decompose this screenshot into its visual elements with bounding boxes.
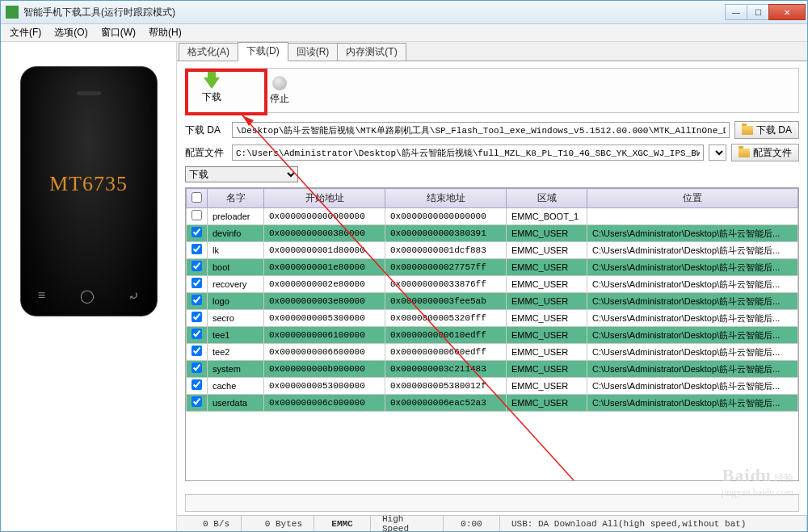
- da-path-input[interactable]: [232, 122, 730, 138]
- cell-end: 0x0000000000000000: [385, 208, 507, 225]
- scatter-history-dropdown[interactable]: [709, 145, 726, 161]
- row-checkbox[interactable]: [191, 244, 202, 254]
- tabstrip: 格式化(A) 下载(D) 回读(R) 内存测试(T): [177, 42, 807, 61]
- tab-memtest[interactable]: 内存测试(T): [337, 43, 406, 61]
- cell-begin: 0x000000006c000000: [264, 395, 385, 412]
- body: MT6735 ≡ ◯ ⤾ 格式化(A) 下载(D) 回读(R) 内存测试(T): [1, 42, 807, 531]
- progress-bar: [185, 494, 799, 512]
- cell-location: C:\Users\Administrator\Desktop\筋斗云智能后...: [587, 327, 798, 344]
- menu-file[interactable]: 文件(F): [3, 24, 48, 41]
- table-row[interactable]: system0x000000000b0000000x000000003c2114…: [187, 361, 798, 378]
- cell-end: 0x00000000033876ff: [385, 276, 507, 293]
- cell-region: EMMC_USER: [507, 293, 587, 310]
- row-checkbox[interactable]: [191, 396, 202, 407]
- window-title: 智能手机下载工具(运行时跟踪模式): [23, 6, 726, 19]
- stop-circle-icon: [272, 76, 287, 90]
- scatter-label: 配置文件: [185, 146, 227, 160]
- row-checkbox[interactable]: [191, 312, 202, 322]
- cell-begin: 0x0000000000000000: [264, 208, 385, 225]
- cell-end: 0x0000000003fee5ab: [385, 293, 507, 310]
- download-mode-select[interactable]: 下载: [185, 166, 298, 182]
- da-browse-button[interactable]: 下载 DA: [734, 121, 799, 139]
- statusbar: 0 B/s 0 Bytes EMMC High Speed 0:00 USB: …: [177, 515, 807, 531]
- cell-end: 0x000000000660edff: [385, 344, 507, 361]
- table-row[interactable]: secro0x00000000053000000x0000000005320ff…: [187, 310, 798, 327]
- th-name[interactable]: 名字: [208, 189, 264, 208]
- cell-name: tee2: [208, 344, 264, 361]
- th-begin[interactable]: 开始地址: [264, 189, 385, 208]
- right-pane: 格式化(A) 下载(D) 回读(R) 内存测试(T) 下载 停止: [176, 42, 807, 531]
- cell-region: EMMC_USER: [507, 327, 587, 344]
- download-arrow-icon: [204, 77, 220, 89]
- table-row[interactable]: devinfo0x00000000003800000x0000000000380…: [187, 225, 798, 242]
- cell-end: 0x000000005380012f: [385, 378, 507, 395]
- cell-location: C:\Users\Administrator\Desktop\筋斗云智能后...: [587, 259, 798, 276]
- cell-name: logo: [208, 293, 264, 310]
- cell-region: EMMC_USER: [507, 378, 587, 395]
- menubar: 文件(F) 选项(O) 窗口(W) 帮助(H): [1, 24, 807, 42]
- row-checkbox[interactable]: [191, 261, 202, 271]
- download-button[interactable]: 下载: [194, 75, 229, 107]
- table-row[interactable]: userdata0x000000006c0000000x000000006eac…: [187, 395, 798, 412]
- cell-end: 0x000000006eac52a3: [385, 395, 507, 412]
- th-location[interactable]: 位置: [587, 189, 798, 208]
- table-row[interactable]: logo0x0000000003e800000x0000000003fee5ab…: [187, 293, 798, 310]
- table-row[interactable]: boot0x0000000001e800000x00000000027757ff…: [187, 259, 798, 276]
- tab-download[interactable]: 下载(D): [238, 42, 288, 61]
- cell-region: EMMC_USER: [507, 259, 587, 276]
- scatter-browse-label: 配置文件: [753, 146, 792, 160]
- status-usb: USB: DA Download All(high speed,without …: [500, 516, 807, 531]
- cell-name: secro: [208, 310, 264, 327]
- row-checkbox[interactable]: [191, 329, 202, 339]
- table-row[interactable]: recovery0x0000000002e800000x000000000338…: [187, 276, 798, 293]
- menu-help[interactable]: 帮助(H): [142, 24, 188, 41]
- scatter-path-input[interactable]: [232, 145, 704, 161]
- cell-name: cache: [208, 378, 264, 395]
- phone-earpiece: [77, 91, 101, 95]
- header-checkbox[interactable]: [191, 192, 202, 203]
- row-checkbox[interactable]: [191, 278, 202, 288]
- cell-region: EMMC_USER: [507, 225, 587, 242]
- titlebar: 智能手机下载工具(运行时跟踪模式) — ☐ ✕: [1, 1, 807, 24]
- close-button[interactable]: ✕: [768, 4, 806, 20]
- cell-location: C:\Users\Administrator\Desktop\筋斗云智能后...: [587, 310, 798, 327]
- th-end[interactable]: 结束地址: [385, 189, 507, 208]
- status-storage: EMMC: [314, 516, 371, 531]
- window-controls: — ☐ ✕: [726, 4, 806, 20]
- maximize-button[interactable]: ☐: [747, 4, 769, 20]
- action-toolbar: 下载 停止: [185, 68, 799, 113]
- minimize-button[interactable]: —: [725, 4, 747, 20]
- stop-button[interactable]: 停止: [262, 73, 297, 108]
- row-checkbox[interactable]: [191, 210, 202, 220]
- table-row[interactable]: cache0x00000000530000000x000000005380012…: [187, 378, 798, 395]
- folder-icon: [742, 126, 753, 135]
- menu-window[interactable]: 窗口(W): [95, 24, 142, 41]
- app-window: 智能手机下载工具(运行时跟踪模式) — ☐ ✕ 文件(F) 选项(O) 窗口(W…: [0, 0, 808, 532]
- cell-region: EMMC_USER: [507, 361, 587, 378]
- cell-location: C:\Users\Administrator\Desktop\筋斗云智能后...: [587, 293, 798, 310]
- tab-readback[interactable]: 回读(R): [288, 43, 339, 61]
- cell-end: 0x0000000000380391: [385, 225, 507, 242]
- row-checkbox[interactable]: [191, 346, 202, 356]
- cell-region: EMMC_USER: [507, 395, 587, 412]
- row-checkbox[interactable]: [191, 227, 202, 237]
- cell-location: C:\Users\Administrator\Desktop\筋斗云智能后...: [587, 361, 798, 378]
- scatter-browse-button[interactable]: 配置文件: [731, 144, 799, 161]
- cell-region: EMMC_BOOT_1: [507, 208, 587, 225]
- tab-content: 下载 停止 下载 DA 下载 DA 配置文件: [177, 61, 807, 488]
- partition-table[interactable]: 名字 开始地址 结束地址 区域 位置 preloader0x0000000000…: [185, 187, 799, 481]
- cell-end: 0x0000000001dcf883: [385, 242, 507, 259]
- table-row[interactable]: lk0x0000000001d800000x0000000001dcf883EM…: [187, 242, 798, 259]
- table-row[interactable]: preloader0x00000000000000000x00000000000…: [187, 208, 798, 225]
- table-row[interactable]: tee20x00000000066000000x000000000660edff…: [187, 344, 798, 361]
- row-checkbox[interactable]: [191, 295, 202, 305]
- row-checkbox[interactable]: [191, 379, 202, 390]
- th-region[interactable]: 区域: [507, 189, 587, 208]
- table-row[interactable]: tee10x00000000061000000x000000000610edff…: [187, 327, 798, 344]
- tab-format[interactable]: 格式化(A): [179, 43, 238, 61]
- cell-location: [587, 208, 798, 225]
- cell-name: preloader: [208, 208, 264, 225]
- row-checkbox[interactable]: [191, 362, 202, 373]
- menu-options[interactable]: 选项(O): [48, 24, 94, 41]
- cell-end: 0x00000000027757ff: [385, 259, 507, 276]
